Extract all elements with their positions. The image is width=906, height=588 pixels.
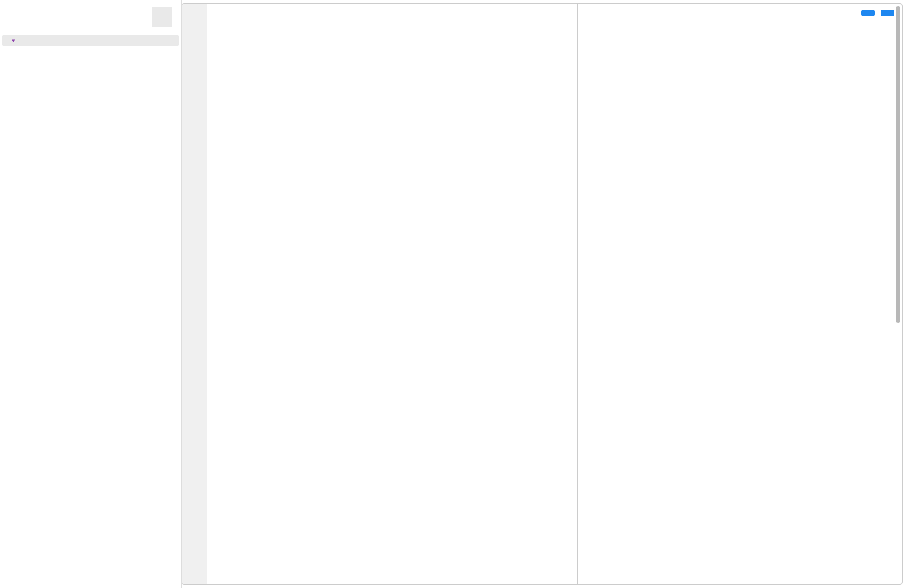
tree-item-test[interactable]: ▾ xyxy=(2,35,179,46)
sidebar: ▾ xyxy=(0,0,182,588)
code-editor[interactable] xyxy=(182,4,902,584)
switch-topology-button[interactable] xyxy=(881,10,894,16)
scroll-thumb[interactable] xyxy=(896,6,900,323)
app-root: ▾ xyxy=(0,0,906,588)
chevron-down-icon: ▾ xyxy=(10,37,17,44)
preview-pane xyxy=(578,4,902,584)
editor-toolbar xyxy=(861,10,894,16)
line-gutter xyxy=(182,4,207,584)
code-area[interactable] xyxy=(207,4,577,584)
blueprint-tree: ▾ xyxy=(0,32,181,49)
save-source-button[interactable] xyxy=(861,10,875,16)
sidebar-header xyxy=(0,0,181,32)
vertical-scrollbar[interactable] xyxy=(894,6,900,582)
editor-pane xyxy=(182,3,903,585)
add-blueprint-button[interactable] xyxy=(152,7,172,27)
